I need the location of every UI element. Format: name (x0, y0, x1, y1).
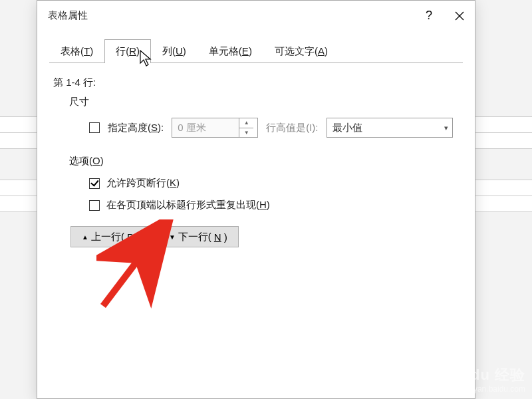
row-nav-buttons: ▲上一行(P) ▼下一行(N) (70, 226, 459, 247)
close-button[interactable] (444, 1, 475, 31)
arrow-down-icon: ▼ (169, 233, 176, 241)
prev-row-button[interactable]: ▲上一行(P) (70, 226, 151, 247)
height-spinner[interactable]: ▲ ▼ (172, 118, 258, 138)
spinner-up[interactable]: ▲ (239, 118, 253, 128)
tab-row[interactable]: 行(R) (104, 39, 151, 63)
row-range-label: 第 1-4 行: (53, 76, 459, 89)
dialog-title: 表格属性 (48, 9, 414, 22)
allow-break-checkbox[interactable] (89, 178, 100, 189)
allow-break-label[interactable]: 允许跨页断行(K) (106, 177, 180, 190)
dialog-content: 第 1-4 行: 尺寸 指定高度(S): ▲ ▼ 行高值是(I): 最小值 ▾ … (37, 63, 475, 261)
size-row: 指定高度(S): ▲ ▼ 行高值是(I): 最小值 ▾ (89, 118, 459, 138)
options-group: 选项(O) 允许跨页断行(K) 在各页顶端以标题行形式重复出现(H) (69, 155, 459, 211)
tab-column[interactable]: 列(U) (151, 39, 198, 63)
tab-table[interactable]: 表格(T) (49, 39, 104, 63)
arrow-up-icon: ▲ (82, 233, 88, 241)
tab-alt-text[interactable]: 可选文字(A) (263, 39, 339, 63)
tab-cell[interactable]: 单元格(E) (198, 39, 263, 63)
specify-height-checkbox[interactable] (89, 122, 100, 133)
size-group-label: 尺寸 (69, 96, 459, 108)
tabs: 表格(T) 行(R) 列(U) 单元格(E) 可选文字(A) (49, 39, 463, 63)
close-icon (455, 11, 464, 21)
options-group-label: 选项(O) (69, 155, 459, 168)
option-repeat-header: 在各页顶端以标题行形式重复出现(H) (89, 199, 459, 211)
height-input[interactable] (172, 118, 239, 137)
option-allow-break: 允许跨页断行(K) (89, 177, 459, 190)
repeat-header-checkbox[interactable] (89, 200, 100, 211)
height-is-label: 行高值是(I): (266, 122, 318, 134)
chevron-down-icon: ▾ (444, 124, 448, 132)
height-mode-value: 最小值 (332, 122, 362, 134)
spinner-down[interactable]: ▼ (239, 128, 253, 138)
height-mode-select[interactable]: 最小值 ▾ (327, 118, 453, 138)
next-row-button[interactable]: ▼下一行(N) (158, 226, 239, 247)
titlebar: 表格属性 ? (37, 1, 475, 31)
table-properties-dialog: 表格属性 ? 表格(T) 行(R) 列(U) 单元格(E) 可选文字(A) 第 … (37, 0, 475, 399)
specify-height-label[interactable]: 指定高度(S): (108, 122, 164, 134)
repeat-header-label[interactable]: 在各页顶端以标题行形式重复出现(H) (106, 199, 270, 211)
help-button[interactable]: ? (414, 1, 444, 31)
